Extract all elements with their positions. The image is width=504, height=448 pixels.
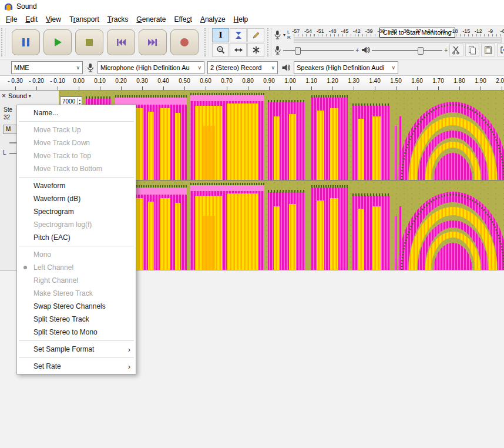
menu-effect[interactable]: Effect [170, 14, 196, 25]
menu-help[interactable]: Help [230, 14, 253, 25]
title-bar: Sound [0, 0, 504, 13]
time-shift-tool-button[interactable] [230, 43, 247, 57]
timeline-label: 0.80 [242, 78, 253, 84]
timeline-tick [206, 86, 206, 90]
speaker-icon [361, 45, 370, 55]
copy-button[interactable] [465, 44, 479, 56]
meter-db-label: -51 [317, 28, 324, 34]
track-close-button[interactable]: × [2, 92, 6, 99]
envelope-tool-button[interactable] [230, 28, 247, 42]
toolbar-grip[interactable] [267, 28, 272, 56]
trim-audio-button[interactable] [497, 44, 504, 56]
record-button[interactable] [170, 29, 199, 55]
meter-db-label: -18 [450, 28, 458, 34]
dropdown-arrow-icon[interactable]: ▾ [283, 32, 285, 38]
menu-item-swap-stereo-channels[interactable]: Swap Stereo Channels [17, 300, 136, 313]
zoom-tool-button[interactable] [212, 43, 229, 57]
timeline-label: 1.20 [327, 78, 338, 84]
audio-host-select[interactable]: MME ∨ [11, 61, 83, 74]
slider-track [372, 50, 442, 51]
track-bit-depth-label: 32 [4, 114, 10, 121]
menu-item-pitch-eac[interactable]: Pitch (EAC) [17, 231, 136, 244]
recording-device-select[interactable]: Microphone (High Definition Au ∨ [98, 61, 204, 74]
menu-separator [19, 340, 134, 341]
timeline-tick [502, 86, 502, 90]
multi-tool-button[interactable] [247, 43, 264, 57]
slider-thumb[interactable] [418, 47, 424, 55]
playback-volume-slider[interactable] [372, 46, 442, 54]
recording-channels-select[interactable]: 2 (Stereo) Record ∨ [207, 61, 278, 74]
track-name-menu-button[interactable]: Sound ▾ [8, 92, 31, 99]
menu-item-waveform-db[interactable]: Waveform (dB) [17, 192, 136, 205]
playback-device-select[interactable]: Speakers (High Definition Audi ∨ [294, 61, 398, 74]
menu-item-split-stereo-to-mono[interactable]: Split Stereo to Mono [17, 326, 136, 339]
radio-indicator-icon [23, 266, 27, 269]
menu-item-label: Waveform [33, 182, 65, 190]
menu-analyze[interactable]: Analyze [196, 14, 230, 25]
timeline-tick [121, 86, 122, 90]
meter-db-label: -6 [500, 28, 504, 34]
tools-toolbar: I [210, 26, 266, 59]
timeline-label: 1.30 [348, 78, 359, 84]
menu-edit[interactable]: Edit [21, 14, 42, 25]
menu-item-label: Move Track Up [33, 126, 81, 134]
menu-item-set-rate[interactable]: Set Rate› [17, 360, 136, 373]
cut-button[interactable] [449, 44, 463, 56]
recording-meter-scale[interactable]: Click to Start Monitoring -57-54-51-48-4… [293, 28, 504, 42]
timeline-ruler[interactable]: - 0.30- 0.20- 0.100.000.100.200.300.400.… [0, 76, 504, 91]
timeline-label: 0.60 [200, 78, 211, 84]
selection-tool-button[interactable]: I [212, 28, 229, 42]
meter-db-label: -54 [304, 28, 312, 34]
meter-db-label: -48 [328, 28, 336, 34]
menubar: FileEditViewTransportTracksGenerateEffec… [0, 13, 504, 26]
recording-volume-slider[interactable] [283, 46, 354, 54]
meter-db-label: -30 [402, 28, 409, 34]
skip-to-start-button[interactable] [107, 29, 135, 55]
menu-separator [19, 246, 134, 246]
toolbar-grip[interactable] [1, 28, 6, 56]
submenu-arrow-icon: › [128, 345, 130, 354]
menu-view[interactable]: View [42, 14, 65, 25]
speaker-icon [281, 63, 291, 72]
meter-bar-right [294, 40, 502, 43]
spinner-icon[interactable]: ▴ ▾ [77, 98, 82, 105]
skip-to-end-icon [147, 37, 159, 48]
meter-db-label: -27 [414, 28, 421, 34]
menu-item-split-stereo-track[interactable]: Split Stereo Track [17, 313, 136, 326]
meter-db-label: -57 [292, 28, 300, 34]
timeline-tick [100, 86, 100, 90]
device-toolbar: MME ∨ Microphone (High Definition Au ∨ 2… [0, 59, 504, 76]
menu-item-name[interactable]: Name... [17, 106, 136, 119]
menu-item-waveform[interactable]: Waveform [17, 179, 136, 192]
record-icon [179, 37, 190, 48]
draw-tool-button[interactable] [247, 28, 264, 42]
skip-to-end-button[interactable] [139, 29, 167, 55]
plus-mark: + [355, 47, 359, 54]
play-button[interactable] [43, 29, 72, 55]
microphone-icon [86, 63, 95, 72]
menu-generate[interactable]: Generate [132, 14, 170, 25]
menu-item-label: Set Rate [33, 362, 61, 370]
meter-db-label: -42 [353, 28, 361, 34]
paste-button[interactable] [481, 44, 495, 56]
timeline-tick [417, 86, 418, 90]
menu-separator [19, 357, 134, 358]
menu-transport[interactable]: Transport [65, 14, 103, 25]
menu-separator [19, 177, 134, 178]
stop-button[interactable] [75, 29, 103, 55]
menu-item-set-sample-format[interactable]: Set Sample Format› [17, 343, 136, 356]
pause-button[interactable] [12, 29, 40, 55]
timeline-label: 1.50 [390, 78, 401, 84]
trim-icon [499, 45, 504, 55]
menu-file[interactable]: File [2, 14, 21, 25]
timeline-tick [396, 86, 397, 90]
timeline-tick [227, 86, 227, 90]
toolbar-grip[interactable] [204, 28, 209, 56]
menu-item-label: Make Stereo Track [33, 289, 93, 297]
menu-item-label: Set Sample Format [33, 345, 94, 353]
menu-item-spectrogram-log-f: Spectrogram log(f) [17, 218, 136, 231]
slider-thumb[interactable] [295, 47, 301, 55]
menu-item-spectrogram[interactable]: Spectrogram [17, 205, 136, 218]
menu-tracks[interactable]: Tracks [103, 14, 133, 25]
playback-device-value: Speakers (High Definition Audi [297, 64, 389, 71]
